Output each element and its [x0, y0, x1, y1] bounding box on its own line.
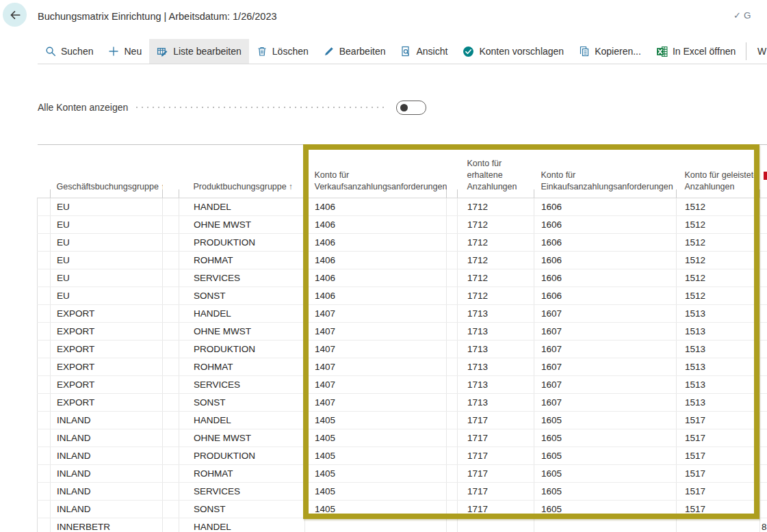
copy-button[interactable]: Kopieren... [571, 39, 649, 64]
cell-k2[interactable]: 1712 [458, 198, 534, 216]
cell-k3[interactable]: 1605 [534, 429, 677, 447]
cell-k4[interactable]: 1513 [677, 376, 760, 394]
column-header-k4[interactable]: Konto für geleistete Anzahlungen [677, 145, 760, 198]
cell-pbg[interactable]: HANDEL [179, 518, 305, 532]
cell-k2[interactable]: 1717 [458, 447, 534, 465]
cell-k4[interactable]: 1512 [677, 234, 760, 252]
cell-k1[interactable]: 1406 [305, 287, 447, 305]
delete-button[interactable]: Löschen [249, 39, 316, 64]
cell-k1[interactable]: 1406 [305, 269, 447, 287]
cell-gbg[interactable]: EXPORT [51, 323, 163, 341]
cell-pbg[interactable]: HANDEL [179, 198, 305, 216]
cell-k1[interactable]: 1407 [305, 376, 447, 394]
cell-k4[interactable]: 1513 [677, 323, 760, 341]
cell-k4[interactable]: 1512 [677, 252, 760, 269]
cell-k4[interactable]: 1517 [677, 447, 760, 465]
cell-k1[interactable]: 1405 [305, 483, 447, 501]
cell-gbg[interactable]: INLAND [51, 465, 163, 483]
cell-k1[interactable]: 1406 [305, 252, 447, 269]
cell-k2[interactable]: 1713 [458, 376, 534, 394]
cell-k3[interactable]: 1605 [534, 412, 677, 429]
cell-k4[interactable]: 1512 [677, 216, 760, 234]
cell-k1[interactable]: 1407 [305, 323, 447, 341]
cell-k4[interactable]: 1513 [677, 358, 760, 376]
cell-k3[interactable]: 1607 [534, 376, 677, 394]
cell-pbg[interactable]: PRODUKTION [179, 447, 305, 465]
show-all-accounts-toggle[interactable] [396, 101, 426, 115]
toolbar-overflow-item[interactable]: W [757, 39, 766, 64]
cell-gbg[interactable]: INNERBETR [51, 518, 163, 532]
cell-k1[interactable]: 1407 [305, 358, 447, 376]
column-header-k1[interactable]: Konto für Verkaufsanzahlungsanforderunge… [305, 145, 447, 198]
cell-k3[interactable]: 1605 [534, 447, 677, 465]
cell-k2[interactable]: 1712 [458, 234, 534, 252]
cell-pbg[interactable]: SONST [179, 287, 305, 305]
cell-k4[interactable]: 1517 [677, 501, 760, 518]
cell-k1[interactable]: 1407 [305, 394, 447, 412]
cell-k2[interactable] [458, 518, 534, 532]
cell-k4[interactable]: 1517 [677, 465, 760, 483]
cell-k3[interactable]: 1607 [534, 323, 677, 341]
cell-k3[interactable] [534, 518, 677, 532]
cell-pbg[interactable]: SONST [179, 501, 305, 518]
cell-k3[interactable]: 1606 [534, 252, 677, 269]
cell-pbg[interactable]: ROHMAT [179, 358, 305, 376]
cell-pbg[interactable]: PRODUKTION [179, 234, 305, 252]
cell-k4[interactable]: 1512 [677, 287, 760, 305]
cell-k3[interactable]: 1606 [534, 287, 677, 305]
cell-k4[interactable]: 1512 [677, 198, 760, 216]
cell-k4[interactable]: 1513 [677, 305, 760, 323]
cell-k4[interactable] [677, 518, 760, 532]
cell-k2[interactable]: 1712 [458, 252, 534, 269]
new-button[interactable]: Neu [101, 39, 149, 64]
edit-list-button[interactable]: Liste bearbeiten [149, 39, 249, 64]
cell-k3[interactable]: 1607 [534, 341, 677, 358]
cell-k3[interactable]: 1606 [534, 269, 677, 287]
column-header-k3[interactable]: Konto für Einkaufsanzahlungsanforderunge… [534, 145, 677, 198]
cell-gbg[interactable]: EXPORT [51, 358, 163, 376]
cell-k3[interactable]: 1606 [534, 198, 677, 216]
cell-gbg[interactable]: EU [51, 269, 163, 287]
cell-pbg[interactable]: SERVICES [179, 269, 305, 287]
cell-pbg[interactable]: HANDEL [179, 412, 305, 429]
cell-gbg[interactable]: INLAND [51, 412, 163, 429]
cell-k3[interactable]: 1605 [534, 465, 677, 483]
cell-gbg[interactable]: EU [51, 287, 163, 305]
cell-gbg[interactable]: EU [51, 252, 163, 269]
search-button[interactable]: Suchen [38, 39, 101, 64]
cell-k4[interactable]: 1512 [677, 269, 760, 287]
cell-k2[interactable]: 1713 [458, 394, 534, 412]
open-in-excel-button[interactable]: In Excel öffnen [649, 39, 743, 64]
cell-k1[interactable]: 1407 [305, 341, 447, 358]
cell-k1[interactable]: 1405 [305, 429, 447, 447]
cell-k1[interactable]: 1406 [305, 216, 447, 234]
cell-k2[interactable]: 1717 [458, 501, 534, 518]
cell-k4[interactable]: 1513 [677, 394, 760, 412]
cell-k2[interactable]: 1717 [458, 412, 534, 429]
cell-pbg[interactable]: OHNE MWST [179, 429, 305, 447]
cell-k4[interactable]: 1513 [677, 341, 760, 358]
column-header-pbg[interactable]: Produktbuchungsgruppe↑ [179, 145, 305, 198]
view-button[interactable]: Ansicht [393, 39, 455, 64]
back-button[interactable] [3, 3, 27, 27]
cell-k2[interactable]: 1717 [458, 465, 534, 483]
cell-pbg[interactable]: OHNE MWST [179, 216, 305, 234]
cell-k4[interactable]: 1517 [677, 483, 760, 501]
cell-k1[interactable]: 1407 [305, 305, 447, 323]
column-header-gbg[interactable]: Geschäftsbuchungsgruppe↑ [51, 145, 163, 198]
cell-k4[interactable]: 1517 [677, 412, 760, 429]
cell-gbg[interactable]: EU [51, 198, 163, 216]
cell-k2[interactable]: 1713 [458, 323, 534, 341]
cell-k1[interactable]: 1406 [305, 234, 447, 252]
cell-pbg[interactable]: ROHMAT [179, 252, 305, 269]
cell-k4[interactable]: 1517 [677, 429, 760, 447]
cell-gbg[interactable]: EXPORT [51, 376, 163, 394]
cell-gbg[interactable]: EU [51, 234, 163, 252]
cell-gbg[interactable]: INLAND [51, 429, 163, 447]
cell-pbg[interactable]: HANDEL [179, 305, 305, 323]
cell-pbg[interactable]: OHNE MWST [179, 323, 305, 341]
cell-pbg[interactable]: SERVICES [179, 376, 305, 394]
cell-k1[interactable]: 1405 [305, 412, 447, 429]
cell-k3[interactable]: 1606 [534, 216, 677, 234]
cell-gbg[interactable]: INLAND [51, 501, 163, 518]
